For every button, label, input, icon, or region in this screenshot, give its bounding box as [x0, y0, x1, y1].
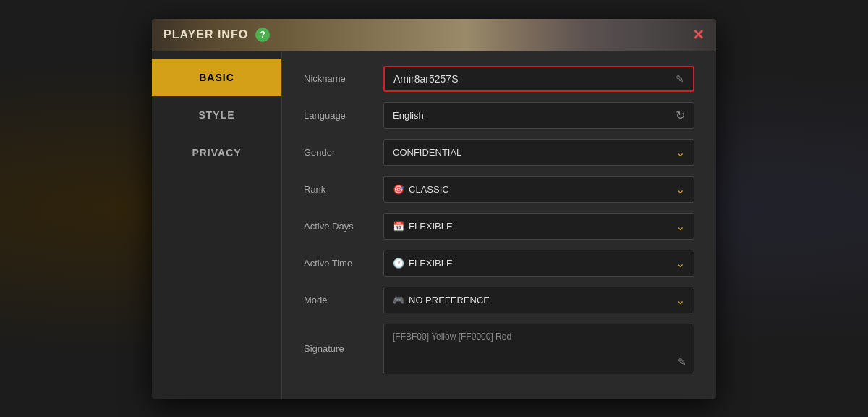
mode-row: Mode 🎮 NO PREFERENCE ⌄ — [304, 287, 694, 313]
dialog-title: PLAYER INFO — [163, 28, 248, 41]
language-refresh-icon[interactable]: ↻ — [676, 109, 685, 122]
rank-dropdown[interactable]: 🎯 CLASSIC ⌄ — [383, 176, 694, 203]
signature-value: [FFBF00] Yellow [FF0000] Red — [393, 332, 511, 342]
signature-label: Signature — [304, 343, 383, 354]
mode-icon: 🎮 — [393, 295, 404, 306]
rank-value: 🎯 CLASSIC — [393, 184, 449, 195]
player-info-dialog: PLAYER INFO ? ✕ BASIC STYLE PRIVACY Nick… — [152, 19, 716, 399]
active-time-dropdown[interactable]: 🕐 FLEXIBLE ⌄ — [383, 250, 694, 277]
gender-control: CONFIDENTIAL ⌄ — [383, 139, 694, 166]
rank-icon: 🎯 — [393, 184, 404, 195]
active-time-row: Active Time 🕐 FLEXIBLE ⌄ — [304, 250, 694, 277]
mode-value: 🎮 NO PREFERENCE — [393, 295, 490, 306]
gender-dropdown[interactable]: CONFIDENTIAL ⌄ — [383, 139, 694, 166]
active-time-arrow-icon: ⌄ — [676, 256, 685, 270]
rank-control: 🎯 CLASSIC ⌄ — [383, 176, 694, 203]
mode-dropdown[interactable]: 🎮 NO PREFERENCE ⌄ — [383, 287, 694, 313]
active-days-icon: 📅 — [393, 221, 404, 232]
active-days-control: 📅 FLEXIBLE ⌄ — [383, 213, 694, 240]
language-label: Language — [304, 110, 383, 121]
rank-label: Rank — [304, 184, 383, 195]
sidebar-item-style[interactable]: STYLE — [152, 96, 281, 134]
language-value: English — [393, 110, 424, 121]
mode-control: 🎮 NO PREFERENCE ⌄ — [383, 287, 694, 313]
active-time-label: Active Time — [304, 258, 383, 269]
language-row: Language English ↻ — [304, 102, 694, 129]
active-days-row: Active Days 📅 FLEXIBLE ⌄ — [304, 213, 694, 240]
signature-control: [FFBF00] Yellow [FF0000] Red ✎ — [383, 324, 694, 374]
language-control: English ↻ — [383, 102, 694, 129]
rank-arrow-icon: ⌄ — [676, 182, 685, 196]
gender-label: Gender — [304, 147, 383, 158]
gender-row: Gender CONFIDENTIAL ⌄ — [304, 139, 694, 166]
signature-edit-icon[interactable]: ✎ — [678, 356, 686, 368]
active-days-arrow-icon: ⌄ — [676, 219, 685, 233]
nickname-label: Nickname — [304, 73, 383, 84]
nickname-edit-icon[interactable]: ✎ — [676, 73, 684, 85]
sidebar-item-privacy[interactable]: PRIVACY — [152, 134, 281, 172]
dialog-header: PLAYER INFO ? ✕ — [152, 19, 716, 51]
nickname-value: Amir8ar5257S — [393, 73, 459, 85]
mode-arrow-icon: ⌄ — [676, 293, 685, 307]
active-time-icon: 🕐 — [393, 258, 404, 269]
active-time-control: 🕐 FLEXIBLE ⌄ — [383, 250, 694, 277]
signature-row: Signature [FFBF00] Yellow [FF0000] Red ✎ — [304, 324, 694, 374]
dialog-body: BASIC STYLE PRIVACY Nickname Amir8ar5257… — [152, 51, 716, 399]
rank-row: Rank 🎯 CLASSIC ⌄ — [304, 176, 694, 203]
active-days-dropdown[interactable]: 📅 FLEXIBLE ⌄ — [383, 213, 694, 240]
active-time-value: 🕐 FLEXIBLE — [393, 258, 453, 269]
nickname-row: Nickname Amir8ar5257S ✎ — [304, 66, 694, 92]
title-row: PLAYER INFO ? — [163, 28, 270, 42]
gender-value: CONFIDENTIAL — [393, 147, 461, 158]
gender-arrow-icon: ⌄ — [676, 146, 685, 159]
close-button[interactable]: ✕ — [692, 28, 705, 42]
mode-label: Mode — [304, 295, 383, 306]
active-days-label: Active Days — [304, 221, 383, 232]
active-days-value: 📅 FLEXIBLE — [393, 221, 453, 232]
nickname-control: Amir8ar5257S ✎ — [383, 66, 694, 92]
sidebar-item-basic[interactable]: BASIC — [152, 59, 281, 96]
content-area: Nickname Amir8ar5257S ✎ Language English… — [282, 51, 716, 399]
nickname-field[interactable]: Amir8ar5257S ✎ — [383, 66, 694, 92]
sidebar: BASIC STYLE PRIVACY — [152, 51, 282, 399]
language-field[interactable]: English ↻ — [383, 102, 694, 129]
signature-field[interactable]: [FFBF00] Yellow [FF0000] Red ✎ — [383, 324, 694, 374]
help-icon[interactable]: ? — [255, 28, 270, 42]
